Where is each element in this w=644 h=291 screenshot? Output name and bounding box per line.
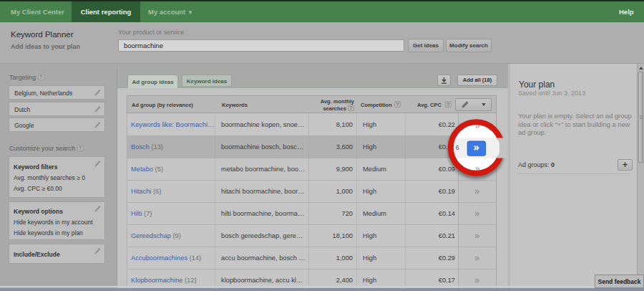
svg-text:6: 6 bbox=[456, 144, 459, 151]
